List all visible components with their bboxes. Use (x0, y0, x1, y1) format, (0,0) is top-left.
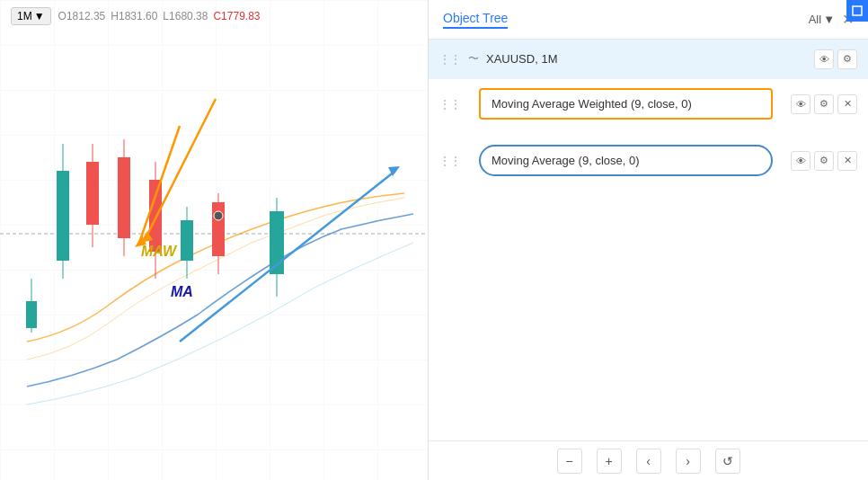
ma-delete-icon[interactable]: ✕ (837, 151, 857, 171)
panel-header: Object Tree All ▼ ✕ (429, 0, 868, 40)
maw-eye-icon[interactable]: 👁 (791, 94, 810, 114)
timeframe-selector[interactable]: 1M ▼ (11, 7, 51, 25)
ma-indicator-label: Moving Average (9, close, 0) (492, 154, 760, 167)
timeframe-label: 1M (17, 10, 32, 22)
svg-rect-4 (26, 301, 37, 328)
svg-rect-8 (86, 162, 99, 225)
object-tree-panel: Object Tree All ▼ ✕ ⋮⋮ 〜 XAUUSD, 1M 👁 ⚙ (428, 0, 868, 480)
low-value: L1680.38 (163, 10, 208, 22)
timeframe-arrow: ▼ (34, 10, 45, 22)
maw-settings-icon[interactable]: ⚙ (814, 94, 834, 114)
svg-text:MAW: MAW (141, 244, 178, 259)
refresh-button[interactable]: ↺ (715, 449, 740, 474)
ma-eye-icon[interactable]: 👁 (791, 151, 810, 171)
symbol-tree-item[interactable]: ⋮⋮ 〜 XAUUSD, 1M 👁 ⚙ (429, 40, 868, 79)
chart-area: MAW MA 1M ▼ O1812.35 H1831.60 L1680.38 (0, 0, 868, 480)
ma-indicator-item[interactable]: Moving Average (9, close, 0) (479, 145, 773, 176)
panel-footer: − + ‹ › ↺ (429, 440, 868, 480)
all-arrow: ▼ (823, 13, 835, 26)
maw-indicator-label: Moving Average Weighted (9, close, 0) (492, 97, 760, 111)
ohlc-values: O1812.35 H1831.60 L1680.38 C1779.83 (58, 10, 261, 22)
zoom-in-button[interactable]: + (597, 449, 622, 474)
symbol-actions: 👁 ⚙ (814, 49, 857, 69)
settings-icon[interactable]: ⚙ (837, 49, 857, 69)
panel-content: ⋮⋮ 〜 XAUUSD, 1M 👁 ⚙ ⋮⋮ Moving Average We… (429, 40, 868, 440)
zoom-out-button[interactable]: − (557, 449, 582, 474)
ma-indicator-row: ⋮⋮ Moving Average (9, close, 0) 👁 ⚙ ✕ (429, 136, 868, 185)
maw-actions: 👁 ⚙ ✕ (791, 94, 857, 114)
maw-delete-icon[interactable]: ✕ (837, 94, 857, 114)
ma-settings-icon[interactable]: ⚙ (814, 151, 834, 171)
svg-rect-15 (181, 220, 193, 261)
svg-text:MA: MA (171, 284, 193, 299)
chart-background: MAW MA 1M ▼ O1812.35 H1831.60 L1680.38 (0, 0, 431, 480)
symbol-label: XAUUSD, 1M (486, 52, 814, 66)
waveform-icon: 〜 (468, 51, 479, 67)
maw-drag-handle: ⋮⋮ (439, 98, 461, 111)
svg-rect-6 (57, 171, 69, 261)
expand-icon (852, 5, 863, 16)
svg-point-18 (214, 211, 223, 220)
all-label: All (809, 13, 821, 26)
next-button[interactable]: › (676, 449, 701, 474)
all-filter-dropdown[interactable]: All ▼ (809, 13, 835, 26)
drag-handle-icon: ⋮⋮ (439, 53, 461, 66)
chart-svg: MAW MA (0, 0, 431, 480)
ma-actions: 👁 ⚙ ✕ (791, 151, 857, 171)
maw-indicator-row: ⋮⋮ Moving Average Weighted (9, close, 0)… (429, 79, 868, 129)
high-value: H1831.60 (111, 10, 157, 22)
panel-title-area: Object Tree (443, 11, 508, 29)
maw-indicator-item[interactable]: Moving Average Weighted (9, close, 0) (479, 88, 773, 120)
open-value: O1812.35 (58, 10, 106, 22)
svg-rect-11 (118, 157, 130, 238)
svg-rect-29 (853, 6, 862, 15)
svg-rect-13 (149, 180, 162, 252)
ma-drag-handle: ⋮⋮ (439, 155, 461, 167)
eye-icon[interactable]: 👁 (814, 49, 834, 69)
panel-title: Object Tree (443, 11, 508, 29)
svg-rect-17 (212, 202, 225, 256)
close-value: C1779.83 (213, 10, 260, 22)
chart-toolbar: 1M ▼ O1812.35 H1831.60 L1680.38 C1779.83 (0, 0, 271, 32)
corner-expand-button[interactable] (846, 0, 868, 22)
prev-button[interactable]: ‹ (636, 449, 661, 474)
